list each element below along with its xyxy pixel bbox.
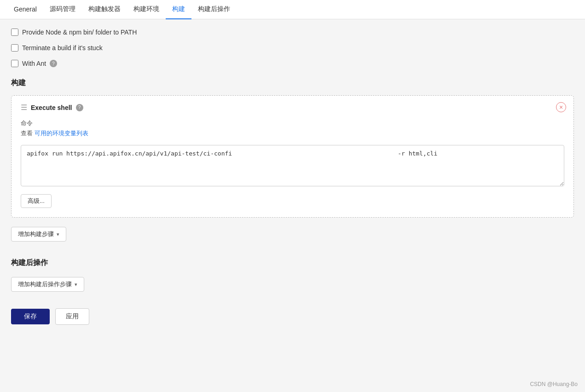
checkbox-row-ant: With Ant ? (11, 60, 574, 67)
checkbox-terminate-label: Terminate a build if it's stuck (22, 44, 103, 52)
build-section-title: 构建 (11, 78, 574, 88)
env-variables-link[interactable]: 可用的环境变量列表 (35, 129, 88, 138)
apply-button[interactable]: 应用 (55, 308, 89, 325)
tab-post-build[interactable]: 构建后操作 (191, 0, 237, 19)
add-build-step-button[interactable]: 增加构建步骤 ▾ (11, 227, 66, 242)
advanced-button[interactable]: 高级... (21, 194, 52, 208)
add-build-step-row: 增加构建步骤 ▾ (11, 225, 574, 242)
env-link-row: 查看 可用的环境变量列表 (21, 129, 564, 142)
execute-shell-title: Execute shell (31, 104, 72, 111)
command-field-label: 命令 (21, 119, 564, 127)
watermark: CSDN @Huang-Bo (530, 381, 578, 387)
post-build-title: 构建后操作 (11, 258, 574, 268)
tab-trigger[interactable]: 构建触发器 (82, 0, 127, 19)
tab-source[interactable]: 源码管理 (43, 0, 82, 19)
execute-shell-help-icon[interactable]: ? (76, 104, 83, 111)
add-post-step-arrow: ▾ (75, 282, 77, 288)
checkbox-row-node: Provide Node & npm bin/ folder to PATH (11, 29, 574, 36)
close-card-button[interactable]: × (556, 102, 566, 112)
save-button[interactable]: 保存 (11, 309, 50, 324)
add-build-step-label: 增加构建步骤 (18, 230, 54, 238)
checkbox-ant[interactable] (11, 60, 18, 67)
drag-handle-icon[interactable]: ☰ (21, 103, 27, 112)
main-content: Provide Node & npm bin/ folder to PATH T… (0, 19, 585, 334)
checkbox-node[interactable] (11, 29, 18, 36)
command-textarea[interactable]: apifox run https://api.apifox.cn/api/v1/… (21, 145, 564, 186)
card-header: ☰ Execute shell ? (21, 103, 564, 112)
add-post-build-step-button[interactable]: 增加构建后操作步骤 ▾ (11, 277, 84, 292)
checkbox-terminate[interactable] (11, 44, 18, 52)
tab-general[interactable]: General (7, 0, 43, 19)
checkbox-row-terminate: Terminate a build if it's stuck (11, 44, 574, 52)
add-post-build-label: 增加构建后操作步骤 (18, 280, 72, 288)
env-link-prefix: 查看 (21, 130, 35, 137)
footer-actions: 保存 应用 (11, 308, 574, 325)
post-build-section: 构建后操作 增加构建后操作步骤 ▾ (11, 258, 574, 292)
checkbox-ant-label: With Ant (22, 60, 46, 67)
tab-env[interactable]: 构建环境 (127, 0, 166, 19)
checkbox-node-label: Provide Node & npm bin/ folder to PATH (22, 29, 137, 36)
top-navigation: General 源码管理 构建触发器 构建环境 构建 构建后操作 (0, 0, 585, 19)
execute-shell-card: ☰ Execute shell ? × 命令 查看 可用的环境变量列表 apif… (11, 95, 574, 218)
add-step-dropdown-arrow: ▾ (57, 231, 59, 237)
tab-build[interactable]: 构建 (166, 0, 191, 19)
ant-help-icon[interactable]: ? (50, 60, 57, 67)
